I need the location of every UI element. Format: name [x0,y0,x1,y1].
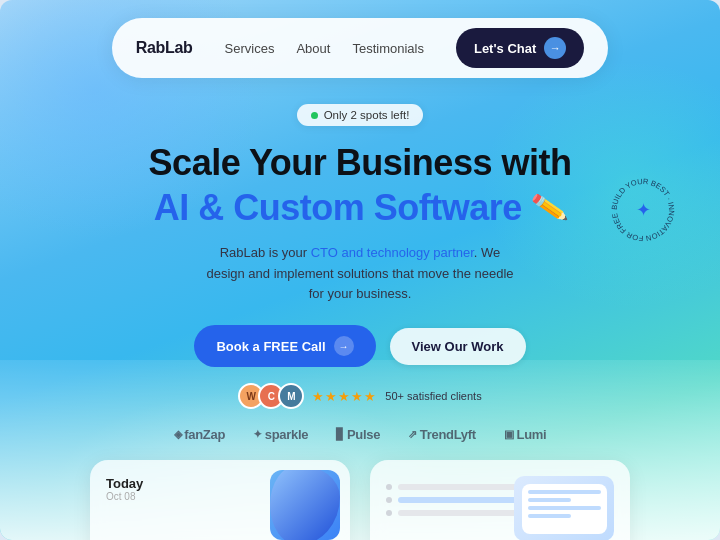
sparkle-label: sparkle [265,427,308,442]
mini-line-1 [528,490,601,494]
trendlyft-label: TrendLyft [420,427,476,442]
cta-label: Let's Chat [474,41,536,56]
brand-sparkle: ✦ sparkle [253,427,308,442]
trendlyft-icon: ⇗ [408,428,417,441]
spots-text: Only 2 spots left! [324,109,410,121]
sparkle-icon: ✦ [253,428,262,441]
hero-description: RabLab is your CTO and technology partne… [200,243,520,305]
line-dot-3 [386,510,392,516]
nav-link-services[interactable]: Services [225,41,275,56]
mini-line-4 [528,514,572,518]
social-proof: W C M ★★★★★ 50+ satisfied clients [40,383,680,409]
brand-fanzap: ◈ fanZap [174,427,226,442]
card1-image [270,470,340,540]
lumi-icon: ▣ [504,428,514,441]
hero-buttons: Book a FREE Call → View Our Work [40,325,680,367]
spots-badge: Only 2 spots left! [297,104,424,126]
desc-text1: RabLab is your [220,245,311,260]
mini-line-3 [528,506,601,510]
logo: RabLab [136,39,193,57]
line-dot-2 [386,497,392,503]
nav-links: Services About Testimonials [225,41,424,56]
nav-container: RabLab Services About Testimonials Let's… [112,18,609,78]
lumi-label: Lumi [517,427,547,442]
satisfied-count: 50+ satisfied clients [385,390,481,402]
card1-blob [270,470,340,540]
spots-dot [311,112,318,119]
preview-card: ↙ Uploaded [370,460,630,540]
hero-section: Only 2 spots left! Scale Your Business w… [0,96,720,409]
squiggle-icon: ✏️ [529,189,569,227]
book-call-label: Book a FREE Call [216,339,325,354]
nav-link-testimonials[interactable]: Testimonials [352,41,424,56]
hero-title-blue-text: AI & Custom Software [154,187,522,228]
fanzap-icon: ◈ [174,428,182,441]
line-dot-1 [386,484,392,490]
pulse-label: Pulse [347,427,380,442]
brand-lumi: ▣ Lumi [504,427,547,442]
hero-title-line1: Scale Your Business with [40,142,680,183]
pulse-icon: ▊ [336,428,344,441]
view-work-button[interactable]: View Our Work [390,328,526,365]
avatars: W C M [238,383,304,409]
avatar-3: M [278,383,304,409]
dashboard-card: Today Oct 08 📅 ━━ + [90,460,350,540]
navbar: RabLab Services About Testimonials Let's… [0,0,720,96]
brands-row: ◈ fanZap ✦ sparkle ▊ Pulse ⇗ TrendLyft ▣… [0,427,720,442]
brand-pulse: ▊ Pulse [336,427,380,442]
star-rating: ★★★★★ [312,389,377,404]
fanzap-label: fanZap [184,427,225,442]
cards-row: Today Oct 08 📅 ━━ + [0,460,720,540]
hero-title-line2: AI & Custom Software ✏️ [40,187,680,228]
circle-badge: BUILD YOUR BEST · INNOVATION FOR FREE · … [608,175,678,245]
brand-trendlyft: ⇗ TrendLyft [408,427,476,442]
nav-link-about[interactable]: About [296,41,330,56]
book-call-button[interactable]: Book a FREE Call → [194,325,375,367]
card2-inner [522,484,607,534]
mini-line-2 [528,498,572,502]
cta-button[interactable]: Let's Chat → [456,28,584,68]
arrow-icon: → [544,37,566,59]
btn-arrow-icon: → [334,336,354,356]
desc-highlight: CTO and technology partner [311,245,474,260]
card2-preview [514,476,614,540]
circle-star-icon: ✦ [636,199,651,221]
